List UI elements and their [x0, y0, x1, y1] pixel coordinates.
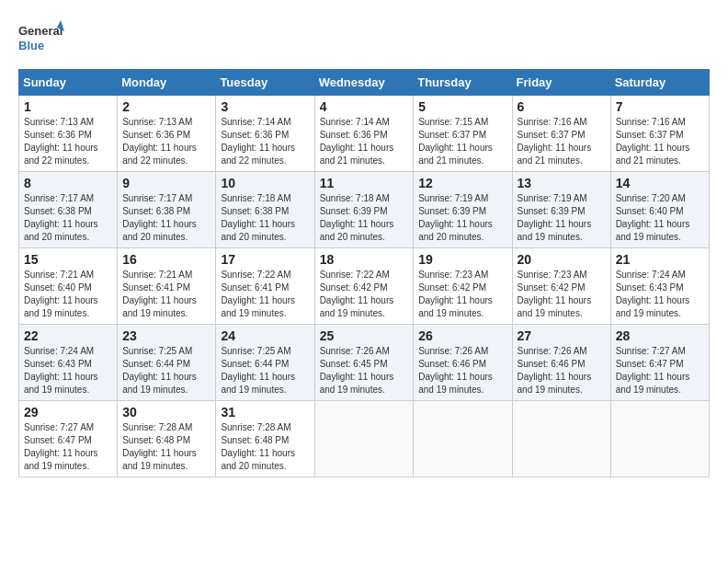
day-number: 15: [24, 252, 112, 267]
day-info: Sunrise: 7:18 AM Sunset: 6:38 PM Dayligh…: [221, 192, 309, 244]
day-number: 7: [616, 99, 704, 114]
day-info: Sunrise: 7:27 AM Sunset: 6:47 PM Dayligh…: [24, 421, 112, 473]
logo-svg: General Blue: [18, 18, 64, 60]
day-info: Sunrise: 7:17 AM Sunset: 6:38 PM Dayligh…: [24, 192, 112, 244]
day-number: 11: [320, 176, 409, 190]
day-number: 18: [320, 252, 409, 267]
calendar-cell: 31 Sunrise: 7:28 AM Sunset: 6:48 PM Dayl…: [216, 401, 314, 477]
calendar-cell: 18 Sunrise: 7:22 AM Sunset: 6:42 PM Dayl…: [314, 248, 414, 325]
calendar-cell: 24 Sunrise: 7:25 AM Sunset: 6:44 PM Dayl…: [216, 325, 314, 401]
day-number: 4: [320, 99, 409, 114]
calendar-cell: 13 Sunrise: 7:19 AM Sunset: 6:39 PM Dayl…: [512, 172, 610, 248]
day-number: 2: [122, 99, 210, 114]
day-info: Sunrise: 7:17 AM Sunset: 6:38 PM Dayligh…: [122, 192, 210, 244]
day-header-sunday: Sunday: [19, 70, 118, 96]
day-info: Sunrise: 7:19 AM Sunset: 6:39 PM Dayligh…: [518, 192, 606, 244]
day-info: Sunrise: 7:14 AM Sunset: 6:36 PM Dayligh…: [320, 116, 409, 167]
calendar-cell: [414, 401, 512, 477]
calendar-cell: 12 Sunrise: 7:19 AM Sunset: 6:39 PM Dayl…: [414, 172, 512, 248]
calendar-cell: 21 Sunrise: 7:24 AM Sunset: 6:43 PM Dayl…: [610, 248, 709, 325]
day-number: 10: [221, 176, 309, 190]
day-info: Sunrise: 7:27 AM Sunset: 6:47 PM Dayligh…: [616, 345, 704, 396]
calendar-cell: 23 Sunrise: 7:25 AM Sunset: 6:44 PM Dayl…: [118, 325, 216, 401]
calendar-cell: 9 Sunrise: 7:17 AM Sunset: 6:38 PM Dayli…: [118, 172, 216, 248]
day-info: Sunrise: 7:22 AM Sunset: 6:42 PM Dayligh…: [320, 269, 409, 320]
calendar-cell: 3 Sunrise: 7:14 AM Sunset: 6:36 PM Dayli…: [216, 96, 314, 172]
day-info: Sunrise: 7:20 AM Sunset: 6:40 PM Dayligh…: [616, 192, 704, 244]
calendar-week-5: 29 Sunrise: 7:27 AM Sunset: 6:47 PM Dayl…: [19, 401, 710, 477]
svg-text:Blue: Blue: [18, 39, 44, 52]
day-number: 5: [418, 99, 506, 114]
day-number: 8: [24, 176, 112, 190]
calendar-table: SundayMondayTuesdayWednesdayThursdayFrid…: [18, 69, 710, 477]
calendar-cell: 11 Sunrise: 7:18 AM Sunset: 6:39 PM Dayl…: [314, 172, 414, 248]
calendar-cell: 4 Sunrise: 7:14 AM Sunset: 6:36 PM Dayli…: [314, 96, 414, 172]
day-info: Sunrise: 7:28 AM Sunset: 6:48 PM Dayligh…: [122, 421, 210, 473]
day-number: 12: [418, 176, 506, 190]
day-info: Sunrise: 7:26 AM Sunset: 6:45 PM Dayligh…: [320, 345, 409, 396]
day-info: Sunrise: 7:18 AM Sunset: 6:39 PM Dayligh…: [320, 192, 409, 244]
logo: General Blue: [18, 18, 64, 60]
calendar-cell: 14 Sunrise: 7:20 AM Sunset: 6:40 PM Dayl…: [610, 172, 709, 248]
day-number: 26: [418, 328, 506, 343]
day-info: Sunrise: 7:21 AM Sunset: 6:41 PM Dayligh…: [122, 269, 210, 320]
day-number: 25: [320, 328, 409, 343]
day-number: 13: [518, 176, 606, 190]
calendar-cell: 22 Sunrise: 7:24 AM Sunset: 6:43 PM Dayl…: [19, 325, 118, 401]
day-info: Sunrise: 7:25 AM Sunset: 6:44 PM Dayligh…: [122, 345, 210, 396]
calendar-week-2: 8 Sunrise: 7:17 AM Sunset: 6:38 PM Dayli…: [19, 172, 710, 248]
calendar-cell: 26 Sunrise: 7:26 AM Sunset: 6:46 PM Dayl…: [414, 325, 512, 401]
day-info: Sunrise: 7:15 AM Sunset: 6:37 PM Dayligh…: [418, 116, 506, 167]
day-header-thursday: Thursday: [414, 70, 512, 96]
day-info: Sunrise: 7:13 AM Sunset: 6:36 PM Dayligh…: [24, 116, 112, 167]
day-number: 22: [24, 328, 112, 343]
day-info: Sunrise: 7:22 AM Sunset: 6:41 PM Dayligh…: [221, 269, 309, 320]
calendar-cell: 16 Sunrise: 7:21 AM Sunset: 6:41 PM Dayl…: [118, 248, 216, 325]
day-info: Sunrise: 7:16 AM Sunset: 6:37 PM Dayligh…: [518, 116, 606, 167]
day-number: 20: [518, 252, 606, 267]
day-info: Sunrise: 7:13 AM Sunset: 6:36 PM Dayligh…: [122, 116, 210, 167]
calendar-cell: 6 Sunrise: 7:16 AM Sunset: 6:37 PM Dayli…: [512, 96, 610, 172]
day-info: Sunrise: 7:26 AM Sunset: 6:46 PM Dayligh…: [518, 345, 606, 396]
day-info: Sunrise: 7:26 AM Sunset: 6:46 PM Dayligh…: [418, 345, 506, 396]
calendar-cell: 20 Sunrise: 7:23 AM Sunset: 6:42 PM Dayl…: [512, 248, 610, 325]
calendar-cell: 30 Sunrise: 7:28 AM Sunset: 6:48 PM Dayl…: [118, 401, 216, 477]
calendar-cell: 10 Sunrise: 7:18 AM Sunset: 6:38 PM Dayl…: [216, 172, 314, 248]
day-number: 23: [122, 328, 210, 343]
day-number: 24: [221, 328, 309, 343]
calendar-cell: [314, 401, 414, 477]
calendar-cell: [610, 401, 709, 477]
day-number: 21: [616, 252, 704, 267]
day-number: 16: [122, 252, 210, 267]
day-header-saturday: Saturday: [610, 70, 709, 96]
calendar-week-3: 15 Sunrise: 7:21 AM Sunset: 6:40 PM Dayl…: [19, 248, 710, 325]
day-number: 9: [122, 176, 210, 190]
calendar-cell: 25 Sunrise: 7:26 AM Sunset: 6:45 PM Dayl…: [314, 325, 414, 401]
calendar-cell: 29 Sunrise: 7:27 AM Sunset: 6:47 PM Dayl…: [19, 401, 118, 477]
calendar-cell: [512, 401, 610, 477]
day-info: Sunrise: 7:14 AM Sunset: 6:36 PM Dayligh…: [221, 116, 309, 167]
calendar-cell: 5 Sunrise: 7:15 AM Sunset: 6:37 PM Dayli…: [414, 96, 512, 172]
day-header-wednesday: Wednesday: [314, 70, 414, 96]
day-info: Sunrise: 7:28 AM Sunset: 6:48 PM Dayligh…: [221, 421, 309, 473]
day-info: Sunrise: 7:19 AM Sunset: 6:39 PM Dayligh…: [418, 192, 506, 244]
day-number: 17: [221, 252, 309, 267]
day-number: 19: [418, 252, 506, 267]
day-info: Sunrise: 7:16 AM Sunset: 6:37 PM Dayligh…: [616, 116, 704, 167]
calendar-cell: 15 Sunrise: 7:21 AM Sunset: 6:40 PM Dayl…: [19, 248, 118, 325]
day-number: 1: [24, 99, 112, 114]
day-number: 14: [616, 176, 704, 190]
day-number: 30: [122, 405, 210, 419]
day-header-tuesday: Tuesday: [216, 70, 314, 96]
calendar-cell: 19 Sunrise: 7:23 AM Sunset: 6:42 PM Dayl…: [414, 248, 512, 325]
calendar-cell: 17 Sunrise: 7:22 AM Sunset: 6:41 PM Dayl…: [216, 248, 314, 325]
day-header-monday: Monday: [118, 70, 216, 96]
page-header: General Blue: [18, 18, 710, 60]
day-header-friday: Friday: [512, 70, 610, 96]
calendar-week-1: 1 Sunrise: 7:13 AM Sunset: 6:36 PM Dayli…: [19, 96, 710, 172]
day-info: Sunrise: 7:23 AM Sunset: 6:42 PM Dayligh…: [418, 269, 506, 320]
calendar-cell: 7 Sunrise: 7:16 AM Sunset: 6:37 PM Dayli…: [610, 96, 709, 172]
calendar-header-row: SundayMondayTuesdayWednesdayThursdayFrid…: [19, 70, 710, 96]
day-info: Sunrise: 7:23 AM Sunset: 6:42 PM Dayligh…: [518, 269, 606, 320]
day-number: 29: [24, 405, 112, 419]
